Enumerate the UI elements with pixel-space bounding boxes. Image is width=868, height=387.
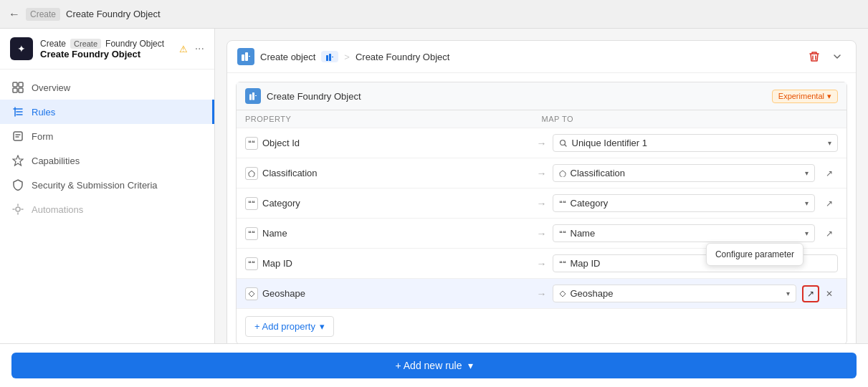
map-select-name[interactable]: ❝❝ Name ▾ — [553, 224, 816, 242]
svg-rect-13 — [329, 54, 331, 61]
prop-icon-objectid: ❝❝ — [245, 137, 258, 150]
more-options-button[interactable]: ··· — [195, 42, 204, 55]
sidebar-item-automations-label: Automations — [32, 204, 83, 215]
add-rule-label: + Add new rule — [395, 360, 462, 371]
configure-param-button-name[interactable]: ↗ — [821, 225, 838, 242]
svg-rect-14 — [332, 57, 333, 57]
table-row: ❝❝ Object Id → Unique Identifier 1 — [237, 128, 846, 158]
svg-rect-4 — [14, 132, 22, 140]
svg-marker-7 — [13, 156, 23, 166]
table-row: Classification → Classification ▾ ↗ — [237, 158, 846, 188]
svg-rect-16 — [252, 92, 254, 100]
prop-label-category: Category — [262, 198, 300, 209]
add-property-button[interactable]: + Add property ▾ — [245, 316, 334, 337]
map-to-objectid: Unique Identifier 1 ▾ — [553, 134, 839, 152]
property-table: PROPERTY MAP TO ❝❝ Object Id → — [237, 110, 846, 308]
sidebar-item-rules[interactable]: Rules — [0, 100, 214, 124]
add-property-label: + Add property — [254, 321, 315, 332]
delete-button[interactable] — [806, 48, 823, 65]
configure-parameter-tooltip: Configure parameter — [706, 243, 803, 266]
svg-rect-15 — [249, 94, 252, 100]
action-chip — [321, 51, 338, 62]
col-property-header: PROPERTY — [245, 115, 542, 123]
action-type-label: Create object — [260, 52, 315, 62]
sidebar-icon-symbol: ✦ — [17, 43, 26, 54]
svg-rect-9 — [242, 54, 244, 61]
sidebar: ✦ Create Create Foundry Object Create Fo… — [0, 29, 215, 343]
sidebar-create-label2: Foundry Object — [105, 39, 164, 49]
svg-rect-2 — [13, 88, 17, 92]
prop-label-name: Name — [262, 228, 287, 239]
map-select-category[interactable]: ❝❝ Category ▾ — [553, 194, 816, 212]
security-icon — [11, 178, 24, 191]
sidebar-header-line1: Create Create Foundry Object — [40, 39, 172, 49]
inner-card-icon — [245, 88, 261, 104]
main-layout: ✦ Create Create Foundry Object Create Fo… — [0, 29, 868, 343]
form-icon — [11, 130, 24, 143]
top-bar: ← Create Create Foundry Object — [0, 0, 868, 29]
table-header: PROPERTY MAP TO — [237, 110, 846, 128]
sidebar-item-rules-label: Rules — [32, 107, 55, 118]
inner-card: Create Foundry Object Experimental ▾ PRO… — [236, 82, 847, 343]
top-bar-chip: Create — [26, 8, 60, 21]
configure-param-button-category[interactable]: ↗ — [821, 195, 838, 212]
sidebar-item-overview-label: Overview — [32, 82, 70, 93]
table-row: Geoshape → Geoshape ▾ ↗ ✕ — [237, 278, 846, 308]
map-select-geoshape[interactable]: Geoshape ▾ — [553, 285, 797, 302]
action-type-icon — [237, 48, 254, 65]
back-button[interactable]: ← — [9, 8, 20, 21]
add-property-caret: ▾ — [320, 321, 325, 332]
overview-icon — [11, 81, 24, 94]
configure-param-button-classification[interactable]: ↗ — [821, 165, 838, 182]
bottom-bar: + Add new rule ▾ — [0, 343, 868, 387]
sidebar-item-overview[interactable]: Overview — [0, 75, 214, 100]
svg-marker-20 — [249, 291, 254, 297]
prop-icon-mapid: ❝❝ — [245, 257, 258, 270]
action-card: Create object > Create Foundry Object — [226, 40, 857, 343]
breadcrumb-title: Create Foundry Object — [356, 52, 450, 62]
svg-rect-12 — [326, 55, 328, 61]
sidebar-item-automations[interactable]: Automations — [0, 197, 214, 221]
svg-rect-0 — [13, 82, 17, 87]
sidebar-title: Create Foundry Object — [40, 49, 140, 59]
prop-icon-geoshape — [245, 287, 258, 300]
prop-icon-category: ❝❝ — [245, 197, 258, 210]
inner-card-title: Create Foundry Object — [267, 91, 766, 102]
inner-card-header: Create Foundry Object Experimental ▾ — [237, 82, 846, 110]
delete-row-button-geoshape[interactable]: ✕ — [821, 285, 838, 302]
table-row: ❝❝ Category → ❝❝ Category ▾ ↗ — [237, 188, 846, 218]
automations-icon — [11, 203, 24, 216]
experimental-badge[interactable]: Experimental ▾ — [772, 90, 838, 103]
sidebar-item-capabilities[interactable]: Capabilities — [0, 148, 214, 173]
map-select-classification[interactable]: Classification ▾ — [553, 164, 816, 182]
top-bar-title: Create Foundry Object — [66, 9, 161, 19]
sidebar-create-label1: Create — [40, 39, 66, 49]
rules-icon — [11, 105, 24, 118]
capabilities-icon — [11, 154, 24, 167]
breadcrumb-separator: > — [344, 52, 350, 62]
add-new-rule-button[interactable]: + Add new rule ▾ — [11, 353, 857, 378]
prop-label-geoshape: Geoshape — [262, 288, 305, 299]
add-rule-caret: ▾ — [468, 360, 473, 371]
map-select-objectid[interactable]: Unique Identifier 1 ▾ — [553, 134, 839, 152]
sidebar-item-security-label: Security & Submission Criteria — [32, 180, 158, 191]
sidebar-item-form[interactable]: Form — [0, 124, 214, 148]
sidebar-header: ✦ Create Create Foundry Object Create Fo… — [0, 29, 214, 70]
sidebar-subtitle: Create Foundry Object — [40, 49, 172, 59]
sidebar-header-text: Create Create Foundry Object Create Foun… — [40, 39, 172, 59]
prop-icon-classification — [245, 167, 258, 180]
arrow-icon: → — [537, 138, 547, 149]
sidebar-item-security[interactable]: Security & Submission Criteria — [0, 173, 214, 197]
col-mapto-header: MAP TO — [542, 115, 839, 123]
collapse-button[interactable] — [829, 48, 846, 65]
svg-rect-1 — [19, 82, 23, 87]
prop-icon-name: ❝❝ — [245, 227, 258, 240]
sidebar-nav: Overview Rules Form — [0, 70, 214, 343]
table-row: ❝❝ Map ID → ❝❝ Map ID Configure paramete… — [237, 248, 846, 278]
prop-name-objectid: ❝❝ Object Id — [245, 137, 531, 150]
svg-rect-11 — [249, 56, 250, 57]
svg-rect-3 — [19, 88, 23, 92]
configure-param-button-geoshape[interactable]: ↗ — [802, 285, 819, 302]
sidebar-chip: Create — [70, 39, 101, 49]
prop-label-mapid: Map ID — [262, 258, 292, 269]
